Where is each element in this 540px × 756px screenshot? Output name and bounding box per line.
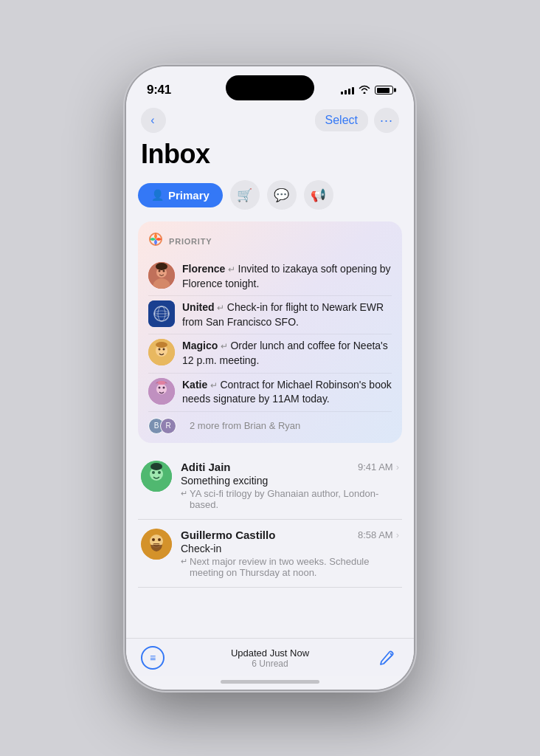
email-time-aditi: 9:41 AM bbox=[358, 461, 393, 472]
more-avatars: B R bbox=[148, 418, 176, 434]
battery-icon bbox=[375, 86, 393, 94]
messages-icon: 💬 bbox=[274, 188, 289, 203]
home-indicator bbox=[221, 680, 319, 684]
priority-item-magico[interactable]: Magico ↵ Order lunch and coffee for Neet… bbox=[148, 334, 392, 373]
priority-text-florence: Florence ↵ Invited to izakaya soft openi… bbox=[182, 262, 392, 291]
wifi-icon bbox=[359, 85, 370, 96]
tab-shopping[interactable]: 🛒 bbox=[230, 180, 260, 210]
email-chevron-guillermo: › bbox=[396, 529, 399, 540]
phone-frame: 9:41 bbox=[126, 66, 414, 690]
primary-tab-icon: 👤 bbox=[151, 189, 164, 201]
email-time-guillermo: 8:58 AM bbox=[358, 529, 393, 540]
avatar-aditi bbox=[141, 461, 172, 492]
svg-point-29 bbox=[152, 538, 155, 541]
nav-bar: ‹ Select ··· bbox=[126, 103, 414, 136]
more-dots-icon: ··· bbox=[380, 114, 393, 127]
dynamic-island bbox=[226, 75, 314, 100]
more-button[interactable]: ··· bbox=[374, 108, 399, 133]
priority-label: PRIORITY bbox=[169, 237, 212, 246]
svg-point-25 bbox=[158, 471, 161, 474]
svg-point-20 bbox=[163, 386, 165, 388]
email-item-aditi[interactable]: Aditi Jain 9:41 AM › Something exciting … bbox=[138, 452, 402, 520]
avatar-united bbox=[148, 300, 175, 327]
priority-text-katie: Katie ↵ Contract for Michael Robinson's … bbox=[182, 378, 392, 407]
svg-point-15 bbox=[163, 348, 165, 351]
priority-header: PRIORITY bbox=[148, 232, 392, 250]
svg-point-30 bbox=[158, 538, 161, 541]
sync-status: Updated Just Now 6 Unread bbox=[231, 647, 309, 669]
email-content-guillermo: Guillermo Castillo 8:58 AM › Check-in ↵ … bbox=[181, 529, 399, 578]
status-bar: 9:41 bbox=[126, 66, 414, 103]
status-time: 9:41 bbox=[147, 83, 171, 97]
back-button[interactable]: ‹ bbox=[141, 108, 166, 133]
primary-tab-label: Primary bbox=[168, 189, 210, 202]
svg-point-16 bbox=[156, 342, 167, 348]
priority-item-united[interactable]: United ↵ Check-in for flight to Newark E… bbox=[148, 296, 392, 334]
select-button[interactable]: Select bbox=[315, 109, 368, 131]
main-content: Inbox 👤 Primary 🛒 💬 📢 bbox=[126, 136, 414, 638]
priority-item-florence[interactable]: Florence ↵ Invited to izakaya soft openi… bbox=[148, 258, 392, 296]
compose-button[interactable] bbox=[375, 646, 399, 670]
priority-text-magico: Magico ↵ Order lunch and coffee for Neet… bbox=[182, 339, 392, 368]
email-content-aditi: Aditi Jain 9:41 AM › Something exciting … bbox=[181, 461, 399, 510]
list-view-button[interactable]: ≡ bbox=[141, 646, 165, 670]
email-subject-guillermo: Check-in bbox=[181, 543, 399, 554]
unread-count: 6 Unread bbox=[231, 659, 309, 669]
shopping-icon: 🛒 bbox=[237, 188, 252, 203]
svg-point-14 bbox=[159, 348, 161, 351]
page-title: Inbox bbox=[141, 139, 399, 170]
avatar-katie bbox=[148, 378, 175, 405]
tabs-row: 👤 Primary 🛒 💬 📢 bbox=[138, 180, 402, 210]
priority-card: PRIORITY bbox=[138, 221, 402, 443]
status-icons bbox=[341, 85, 393, 96]
avatar-florence bbox=[148, 262, 175, 289]
email-header-guillermo: Guillermo Castillo 8:58 AM › bbox=[181, 529, 399, 541]
tab-primary[interactable]: 👤 Primary bbox=[138, 183, 223, 207]
priority-text-united: United ↵ Check-in for flight to Newark E… bbox=[182, 300, 392, 329]
avatar-guillermo bbox=[141, 529, 172, 560]
priority-icon bbox=[148, 232, 163, 250]
svg-point-24 bbox=[152, 471, 155, 474]
phone-screen: 9:41 bbox=[126, 66, 414, 690]
email-sender-aditi: Aditi Jain bbox=[181, 461, 231, 473]
svg-point-6 bbox=[156, 263, 167, 270]
back-chevron-icon: ‹ bbox=[150, 114, 154, 126]
email-snippet-aditi: ↵ YA sci-fi trilogy by Ghanaian author, … bbox=[181, 488, 399, 510]
svg-point-19 bbox=[159, 386, 161, 388]
bottom-bar: ≡ Updated Just Now 6 Unread bbox=[126, 638, 414, 676]
email-sender-guillermo: Guillermo Castillo bbox=[181, 529, 275, 541]
promotions-icon: 📢 bbox=[311, 188, 326, 203]
email-subject-aditi: Something exciting bbox=[181, 475, 399, 487]
priority-item-katie[interactable]: Katie ↵ Contract for Michael Robinson's … bbox=[148, 374, 392, 412]
snippet-icon: ↵ bbox=[181, 489, 187, 498]
email-snippet-guillermo: ↵ Next major review in two weeks. Schedu… bbox=[181, 556, 399, 578]
tab-messages[interactable]: 💬 bbox=[267, 180, 297, 210]
email-chevron-aditi: › bbox=[396, 461, 399, 472]
nav-right-actions: Select ··· bbox=[315, 108, 399, 133]
avatar-magico bbox=[148, 339, 175, 365]
email-item-guillermo[interactable]: Guillermo Castillo 8:58 AM › Check-in ↵ … bbox=[138, 520, 402, 588]
priority-more-text: 2 more from Brian & Ryan bbox=[190, 420, 300, 431]
svg-point-5 bbox=[163, 270, 165, 272]
sync-status-title: Updated Just Now bbox=[231, 647, 309, 659]
priority-more-row[interactable]: B R 2 more from Brian & Ryan bbox=[148, 412, 392, 436]
email-header-aditi: Aditi Jain 9:41 AM › bbox=[181, 461, 399, 473]
svg-point-4 bbox=[159, 270, 161, 272]
tab-promotions[interactable]: 📢 bbox=[304, 180, 333, 210]
snippet-icon-2: ↵ bbox=[181, 557, 187, 566]
svg-point-26 bbox=[150, 463, 162, 470]
list-icon: ≡ bbox=[150, 652, 156, 664]
svg-rect-21 bbox=[158, 381, 165, 385]
signal-icon bbox=[341, 86, 354, 94]
